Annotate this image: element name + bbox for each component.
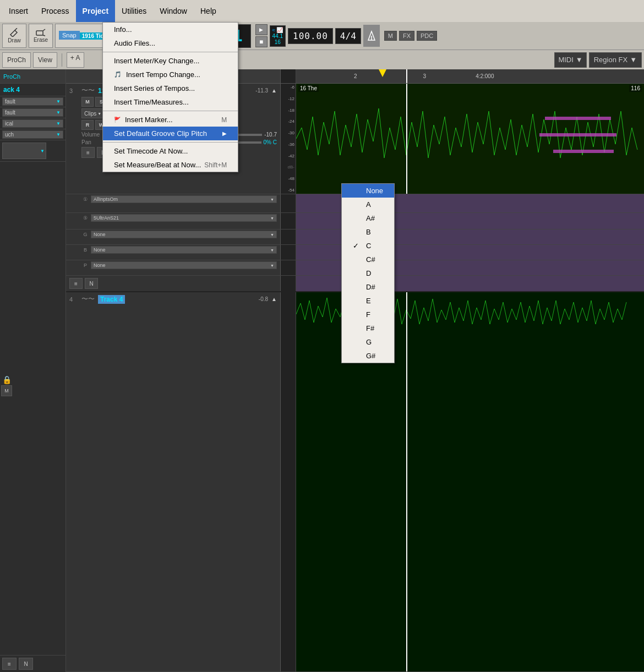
menu-set-measure[interactable]: Set Measure/Beat at Now... Shift+M [103,158,238,172]
groove-arrow: ▶ [222,130,227,136]
track3-waveform-icon: 〜〜 [81,86,95,95]
track4-title-row: 4 〜〜 Track 4 -0.8 ▲ [69,294,277,304]
none2-btn[interactable]: None ▼ [91,246,277,254]
ultrans-btn[interactable]: 5UltrAnS21 ▼ [91,214,277,222]
menu-project[interactable]: Project [76,0,115,22]
instr-none2: B None ▼ [81,246,277,254]
svg-line-3 [43,35,45,36]
marker-shortcut: M [221,116,227,124]
menu-process[interactable]: Process [35,0,76,22]
pitch-csharp[interactable]: C# [342,253,394,266]
fx-btn[interactable]: FX [399,31,414,41]
region-fx-btn[interactable]: Region FX ▼ [589,52,642,68]
track3-vol-arrow: ▲ [271,88,277,94]
region-fx-label: Region FX [594,56,627,64]
snap-btn[interactable]: Snap [59,31,80,40]
menu-utilities[interactable]: Utilities [115,0,153,22]
menu-set-timecode[interactable]: Set Timecode At Now... [103,144,238,158]
pitch-f[interactable]: F [342,308,394,321]
track3-m-btn[interactable]: M [81,97,94,107]
m-btn[interactable]: M [384,31,397,41]
pitch-d[interactable]: D [342,266,394,280]
timeline-markers: 2 3 4:2:000 [296,73,644,79]
proch-btn[interactable]: ProCh [2,52,31,68]
menu-audio-files[interactable]: Audio Files... [103,36,238,50]
track3-pan-val: 0% C [264,139,277,145]
measure-shortcut: Shift+M [204,161,227,169]
menu-insert-time[interactable]: Insert Time/Measures... [103,95,238,109]
pitch-fsharp[interactable]: F# [342,321,394,335]
pitch-dsharp[interactable]: D# [342,280,394,294]
pdc-btn[interactable]: PDC [417,31,437,41]
menu-help[interactable]: Help [194,0,223,22]
transport-buttons: ▶ ⏹ [255,24,268,47]
left-sidebar: ProCh ack 4 fault ▼ fault ▼ ical ▼ [0,69,66,672]
track3-waveform-svg [296,84,644,194]
add-btn[interactable]: + A [67,52,84,68]
track3-r2-btn[interactable]: R [81,120,94,130]
draw-tool-btn[interactable]: Draw [2,24,26,48]
sidebar-dropdown-3[interactable]: ical ▼ [0,118,66,129]
menu-insert-tempo[interactable]: 🎵 Insert Tempo Change... [103,68,238,81]
svg-line-0 [15,28,17,30]
sidebar-dropdown-4[interactable]: uch ▼ [0,129,66,140]
midi-label: MIDI [558,56,573,64]
track4-waveform-icon: 〜〜 [81,294,95,304]
track3-bar1 [545,117,611,120]
track4-piano [281,292,296,671]
allinpts-btn[interactable]: AllInptsOm ▼ [91,195,277,203]
menu-info[interactable]: Info... [103,23,238,36]
sidebar-dropdown-2[interactable]: fault ▼ [0,107,66,118]
midi-dropdown[interactable]: MIDI ▼ [554,52,586,68]
pitch-asharp[interactable]: A# [342,211,394,225]
sample-rate: 44.1 [272,33,283,39]
pitch-b[interactable]: B [342,225,394,239]
none3-btn[interactable]: None ▼ [91,261,277,269]
menubar: Insert Process Project Utilities Window … [0,0,644,22]
play-btn[interactable]: ▶ [255,24,268,35]
bottom-eq-btn[interactable]: ≡ [69,278,83,289]
marker-flag-icon: 🚩 [114,117,121,123]
menu-window[interactable]: Window [153,0,194,22]
pitch-e[interactable]: E [342,294,394,308]
pitch-none[interactable]: None [342,184,394,198]
pitch-c[interactable]: ✓ C [342,239,394,253]
track3-vol-label: Volume [81,132,103,138]
toolbar2: ProCh View + A MIDI ▼ Region FX ▼ [0,50,644,69]
metronome-icon [363,25,380,47]
marker-3: 3 [423,73,427,79]
pitch-gsharp[interactable]: G# [342,349,394,363]
shape-area: ▼ [0,140,66,162]
timeline: 2 3 4:2:000 [296,69,644,83]
track3-waveform[interactable]: 16 The [296,84,644,194]
stop-btn[interactable]: ⏹ [255,36,268,47]
project-menu: Info... Audio Files... Insert Meter/Key … [102,22,238,172]
pitch-a[interactable]: A [342,198,394,211]
playhead [406,69,407,83]
menu-set-groove[interactable]: Set Default Groove Clip Pitch ▶ [103,127,238,140]
menu-insert-marker[interactable]: 🚩 Insert Marker... M [103,113,238,127]
sidebar-m-btn[interactable]: M [1,385,12,396]
bottom-n-btn[interactable]: N [85,278,98,289]
eq-btn[interactable]: ≡ [2,658,17,670]
instr-ultrans: ⑤ 5UltrAnS21 ▼ [81,214,277,222]
sample-bits: 16 [275,39,281,45]
menu-insert-meter[interactable]: Insert Meter/Key Change... [103,54,238,68]
tempo-icon: 🎵 [114,71,122,78]
erase-tool-btn[interactable]: Erase [29,24,53,48]
n-btn[interactable]: N [19,658,33,670]
track3-eq-btn[interactable]: ≡ [81,147,95,158]
menu-insert-series[interactable]: Insert Series of Tempos... [103,81,238,95]
shape-control[interactable]: ▼ [2,143,46,159]
sep3 [103,142,238,143]
track3-clips-btn[interactable]: Clips ▼ [81,108,104,118]
piano-header-spacer [281,69,296,83]
pitch-g[interactable]: G [342,335,394,349]
menu-insert[interactable]: Insert [2,0,35,22]
sep1 [103,52,238,52]
draw-label: Draw [8,37,20,43]
view-btn[interactable]: View [33,52,57,68]
track3-playhead [406,84,407,194]
sidebar-dropdown-1[interactable]: fault ▼ [0,96,66,107]
none1-btn[interactable]: None ▼ [91,231,277,238]
